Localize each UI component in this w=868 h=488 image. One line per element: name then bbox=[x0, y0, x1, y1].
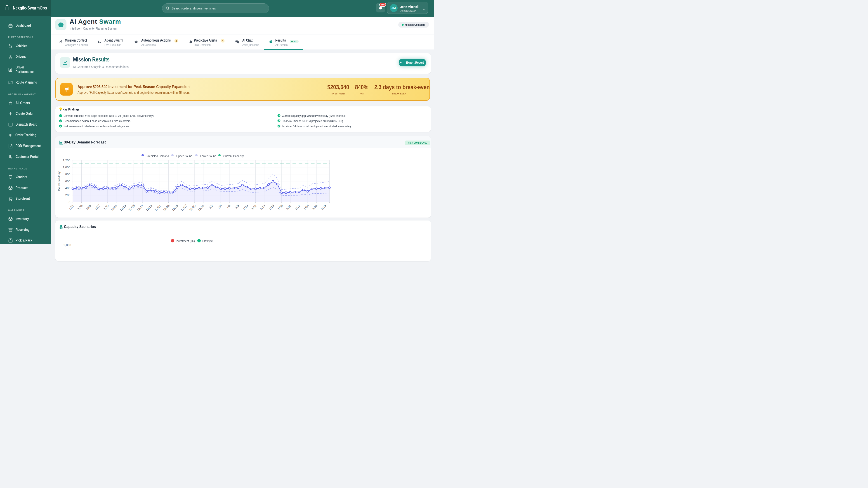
svg-text:Deliveries/Day: Deliveries/Day bbox=[57, 171, 61, 191]
svg-text:12/9: 12/9 bbox=[103, 204, 110, 210]
svg-text:12/15: 12/15 bbox=[128, 204, 135, 212]
svg-text:1/20: 1/20 bbox=[285, 204, 292, 210]
svg-text:1/8: 1/8 bbox=[235, 204, 240, 209]
svg-text:1/10: 1/10 bbox=[242, 204, 249, 210]
svg-text:12/13: 12/13 bbox=[119, 204, 127, 212]
svg-text:12/31: 12/31 bbox=[197, 204, 205, 212]
svg-text:0: 0 bbox=[68, 200, 70, 204]
svg-text:12/11: 12/11 bbox=[111, 204, 118, 212]
svg-text:12/21: 12/21 bbox=[154, 204, 162, 212]
svg-text:1/6: 1/6 bbox=[226, 204, 231, 209]
svg-text:1/28: 1/28 bbox=[320, 204, 327, 210]
svg-text:1/26: 1/26 bbox=[312, 204, 318, 210]
svg-text:12/29: 12/29 bbox=[189, 204, 197, 212]
svg-text:12/7: 12/7 bbox=[94, 204, 101, 210]
svg-text:12/25: 12/25 bbox=[171, 204, 179, 212]
svg-text:12/17: 12/17 bbox=[136, 204, 145, 212]
svg-text:12/1: 12/1 bbox=[68, 204, 74, 210]
svg-text:1,200: 1,200 bbox=[63, 159, 70, 162]
svg-text:1/4: 1/4 bbox=[217, 204, 223, 209]
svg-text:12/19: 12/19 bbox=[145, 204, 153, 212]
svg-text:12/5: 12/5 bbox=[86, 204, 92, 210]
svg-text:600: 600 bbox=[65, 180, 70, 183]
svg-text:1/12: 1/12 bbox=[251, 204, 257, 210]
svg-text:1/14: 1/14 bbox=[259, 204, 266, 210]
svg-text:12/23: 12/23 bbox=[162, 204, 170, 212]
svg-text:1,000: 1,000 bbox=[63, 165, 70, 169]
svg-text:800: 800 bbox=[65, 172, 70, 176]
svg-text:1/2: 1/2 bbox=[209, 204, 214, 209]
svg-text:1/22: 1/22 bbox=[294, 204, 301, 210]
svg-text:1/16: 1/16 bbox=[268, 204, 275, 210]
svg-text:12/27: 12/27 bbox=[180, 204, 188, 212]
svg-text:1/18: 1/18 bbox=[277, 204, 283, 210]
svg-text:1/24: 1/24 bbox=[303, 204, 310, 210]
svg-text:400: 400 bbox=[65, 186, 70, 190]
svg-text:12/3: 12/3 bbox=[76, 204, 83, 210]
svg-text:200: 200 bbox=[65, 193, 70, 197]
